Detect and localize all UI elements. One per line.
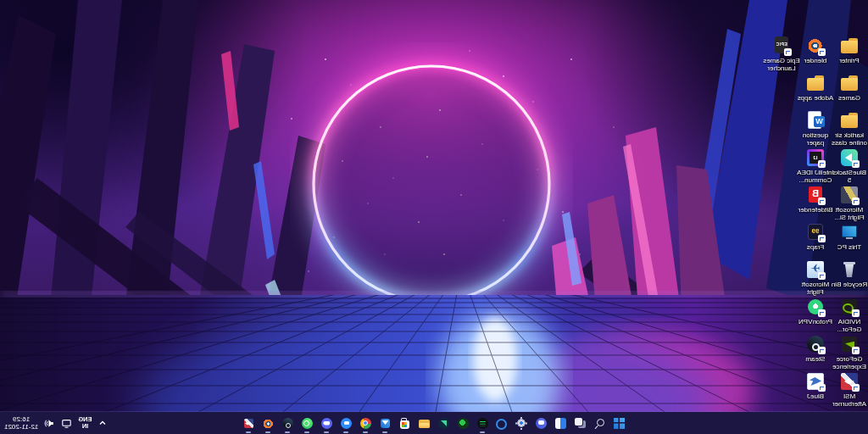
desktop-icon-steam[interactable]: Steam (797, 334, 834, 363)
bitdefender-icon (805, 185, 826, 205)
desktop-icon-question-paper[interactable]: question paper debe... (797, 110, 834, 147)
fraps-icon (805, 222, 826, 242)
desktop-icon-bluej[interactable]: BlueJ (797, 371, 834, 400)
bluej-icon (805, 371, 826, 392)
file-explorer-icon (418, 417, 431, 430)
desktop-icon-printer[interactable]: Printer (831, 36, 868, 64)
shortcut-arrow-icon (818, 198, 826, 205)
desktop-icon-microsoft-flight-si[interactable]: Microsoft Flight Si... (831, 185, 868, 221)
desktop-icon-label: Recycle Bin (831, 281, 868, 288)
tray-time: 16:29 (4, 415, 38, 424)
desktop-icon-label: Adobe apps (797, 94, 834, 102)
thispc-icon (839, 222, 860, 242)
clock[interactable]: 16:29 12-11-2021 (4, 415, 38, 431)
desktop-icon-games[interactable]: Games (831, 73, 868, 102)
desktop-icon-label: Bitdefender (797, 206, 834, 214)
steam-button[interactable] (278, 413, 298, 433)
microsoft-store-button[interactable] (395, 413, 415, 433)
folder-icon (839, 36, 860, 56)
protonvpn-icon (805, 297, 826, 317)
spotify-icon (476, 417, 489, 430)
msi-afterburner-button[interactable] (239, 413, 259, 433)
volume-icon[interactable] (44, 418, 55, 429)
shortcut-arrow-icon (852, 384, 860, 392)
desktop-icon-msi-afterburner[interactable]: MSI Afterburner (831, 371, 868, 408)
taskbar: ENGIN 16:29 12-11-2021 (0, 412, 868, 434)
discord-icon (320, 417, 333, 430)
start-button[interactable] (609, 413, 629, 433)
whatsapp-icon (301, 417, 314, 430)
desktop-icon-label: NVIDIA GeFor... (831, 318, 868, 333)
desktop-icon-bitdefender[interactable]: Bitdefender (797, 185, 834, 214)
teams-chat-button[interactable] (531, 413, 551, 433)
flightsim1-icon (839, 185, 860, 205)
settings-icon (515, 417, 528, 430)
shortcut-arrow-icon (818, 347, 826, 354)
zoom-button[interactable] (337, 413, 356, 433)
desktop-icon-label: This PC (831, 243, 868, 251)
desktop-icon-microsoft-flight-simu[interactable]: Microsoft Flight Simu... (797, 259, 834, 297)
msi-icon (839, 371, 860, 392)
geforce-experience-button[interactable] (453, 413, 473, 433)
desktop-icon-epic-games-launcher[interactable]: Epic Games Launcher (763, 36, 800, 72)
desktop-icon-label: Steam (797, 355, 834, 363)
desktop-icon-label: Fraps (797, 243, 834, 251)
steam-icon (281, 417, 294, 430)
folder-icon (839, 110, 860, 131)
shortcut-arrow-icon (852, 160, 860, 168)
widgets-icon (554, 417, 567, 430)
desktop-icon-label: blender (797, 57, 834, 64)
shortcut-arrow-icon (818, 160, 826, 168)
desktop-icon-label: BlueStacks 5 (831, 169, 868, 184)
desktop-icon-label: Microsoft Flight Si... (831, 206, 868, 221)
recycle-icon (839, 259, 860, 280)
language-indicator[interactable]: ENGIN (78, 416, 92, 430)
desktop-icon-nvidia-gefor[interactable]: NVIDIA GeFor... (831, 297, 868, 333)
hidden-icons-chevron-icon[interactable] (98, 419, 107, 427)
task-view-button[interactable] (570, 413, 590, 433)
desktop-icon-bluestacks-5[interactable]: BlueStacks 5 (831, 147, 868, 184)
desktop-icon-this-pc[interactable]: This PC (831, 222, 868, 251)
mail-button[interactable] (376, 413, 395, 433)
shortcut-arrow-icon (818, 384, 826, 392)
shortcut-arrow-icon (818, 272, 826, 280)
desktop-icon-adobe-apps[interactable]: Adobe apps (797, 73, 834, 102)
steam-icon (805, 334, 826, 354)
desktop-icon-label: Games (831, 94, 868, 102)
desktop-icon-fraps[interactable]: Fraps (797, 222, 834, 251)
whatsapp-button[interactable] (298, 413, 317, 433)
screen: PrinterGameskartick sir online classBlue… (0, 0, 868, 434)
settings-button[interactable] (512, 413, 531, 433)
protonvpn-button[interactable] (434, 413, 453, 433)
blue-ring-app-button[interactable] (492, 413, 512, 433)
desktop-icon-protonvpn[interactable]: ProtonVPN (797, 297, 834, 326)
chrome-icon (359, 417, 372, 430)
spotify-button[interactable] (473, 413, 492, 433)
desktop-icon-intellij-idea-community[interactable]: IntelliJ IDEA Commun... (797, 147, 834, 184)
desktop-icon-recycle-bin[interactable]: Recycle Bin (831, 259, 868, 288)
shortcut-arrow-icon (818, 48, 826, 56)
desktop-icon-kartick-sir-online-class[interactable]: kartick sir online class (831, 110, 868, 147)
desktop-icon-label: IntelliJ IDEA Commun... (797, 169, 834, 184)
desktop-icon-label: BlueJ (797, 392, 834, 400)
nvidia-icon (839, 297, 860, 317)
shortcut-arrow-icon (852, 347, 860, 354)
desktop-icon-geforce-experience[interactable]: GeForce Experience (831, 334, 868, 370)
chrome-button[interactable] (356, 413, 376, 433)
blender-icon (805, 36, 826, 56)
geforce-experience-icon (457, 417, 470, 430)
taskbar-apps (0, 413, 868, 433)
blender-button[interactable] (259, 413, 278, 433)
widgets-button[interactable] (551, 413, 570, 433)
desktop-icon-blender[interactable]: blender (797, 36, 834, 64)
shortcut-arrow-icon (818, 235, 826, 242)
teams-chat-icon (535, 417, 548, 430)
search-button[interactable] (590, 413, 609, 433)
desktop-icon-label: Printer (831, 57, 868, 64)
shortcut-arrow-icon (784, 48, 792, 56)
folder-icon (839, 73, 860, 93)
discord-button[interactable] (317, 413, 337, 433)
file-explorer-button[interactable] (415, 413, 434, 433)
network-icon[interactable] (61, 418, 72, 429)
bluestacks-icon (839, 147, 860, 168)
